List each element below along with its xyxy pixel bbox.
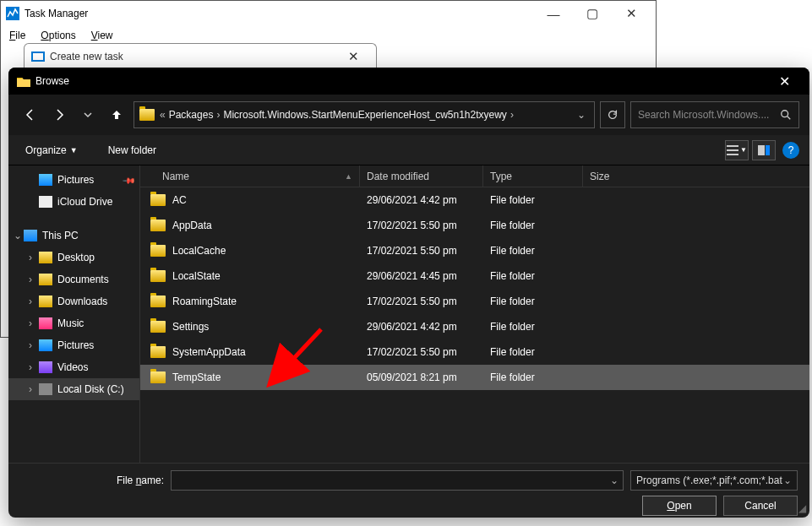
address-history-button[interactable]: ⌄	[577, 109, 586, 121]
folder-icon	[150, 220, 166, 231]
tree-item-documents[interactable]: ›Documents	[8, 268, 139, 290]
music-icon	[39, 317, 52, 329]
folder-icon	[150, 245, 166, 257]
resize-grip[interactable]: ◢	[798, 502, 806, 514]
run-dialog-icon	[31, 50, 45, 63]
tree-item-icloud-drive[interactable]: iCloud Drive	[8, 191, 139, 213]
create-task-titlebar[interactable]: Create new task ✕	[25, 44, 376, 69]
task-manager-titlebar[interactable]: Task Manager — ▢ ✕	[1, 1, 656, 26]
new-folder-button[interactable]: New folder	[101, 141, 163, 160]
tree-item-desktop[interactable]: ›Desktop	[8, 247, 139, 268]
column-date[interactable]: Date modified	[360, 165, 483, 187]
browse-toolbar: Organize ▼ New folder ▼ ?	[8, 135, 809, 165]
maximize-button[interactable]: ▢	[573, 1, 612, 26]
fold-icon	[39, 252, 52, 263]
tree-item-videos[interactable]: ›Videos	[8, 356, 139, 378]
svg-rect-5	[758, 145, 765, 155]
tree-item-pictures[interactable]: ›Pictures	[8, 334, 139, 356]
svg-rect-2	[33, 53, 43, 60]
minimize-button[interactable]: —	[534, 1, 573, 26]
chevron-right-icon: ›	[510, 109, 514, 121]
search-box[interactable]: Search Microsoft.Windows....	[630, 101, 799, 128]
tree-item-local-disk-c-[interactable]: ›Local Disk (C:)	[8, 378, 139, 400]
browse-title: Browse	[35, 75, 69, 87]
organize-button[interactable]: Organize ▼	[19, 141, 84, 160]
recent-locations-button[interactable]	[76, 103, 100, 127]
file-row[interactable]: LocalCache17/02/2021 5:50 pmFile folder	[140, 238, 809, 263]
view-options-button[interactable]: ▼	[725, 140, 749, 160]
folder-icon	[139, 109, 155, 121]
file-row[interactable]: SystemAppData17/02/2021 5:50 pmFile fold…	[140, 339, 809, 365]
menu-file[interactable]: File	[9, 30, 25, 41]
tree-item-pictures[interactable]: Pictures📌	[8, 169, 139, 191]
cloud-icon	[39, 196, 52, 208]
open-button[interactable]: Open	[642, 496, 717, 516]
video-icon	[39, 361, 52, 373]
column-size[interactable]: Size	[583, 165, 809, 187]
file-type-select[interactable]: Programs (*.exe;*.pif;*.com;*.bat⌄	[630, 470, 798, 491]
search-icon	[780, 109, 792, 121]
svg-rect-6	[766, 145, 770, 155]
help-button[interactable]: ?	[782, 142, 799, 159]
column-headers[interactable]: Name▲ Date modified Type Size	[140, 165, 809, 187]
task-manager-icon	[6, 7, 19, 20]
menu-view[interactable]: View	[91, 30, 113, 41]
back-button[interactable]	[19, 103, 42, 127]
preview-pane-button[interactable]	[752, 140, 776, 160]
refresh-button[interactable]	[600, 101, 625, 128]
tree-item-music[interactable]: ›Music	[8, 312, 139, 334]
pictures-icon	[39, 339, 52, 351]
task-manager-menubar: File Options View	[1, 26, 656, 45]
file-name-input[interactable]: ⌄	[171, 470, 624, 491]
file-row[interactable]: AppData17/02/2021 5:50 pmFile folder	[140, 213, 809, 238]
folder-icon	[150, 270, 166, 282]
create-task-close-button[interactable]: ✕	[337, 49, 369, 64]
pin-icon: 📌	[123, 173, 136, 187]
sort-asc-icon: ▲	[345, 172, 352, 181]
menu-options[interactable]: Options	[41, 30, 75, 41]
pc-icon	[24, 230, 37, 241]
folder-icon	[17, 75, 30, 87]
fold-icon	[39, 296, 52, 307]
pictures-icon	[39, 174, 52, 186]
up-button[interactable]	[105, 103, 128, 127]
browse-titlebar[interactable]: Browse ✕	[8, 68, 809, 95]
tree-item-this-pc[interactable]: ⌄This PC	[8, 225, 139, 247]
folder-icon	[150, 371, 166, 383]
folder-icon	[150, 194, 166, 206]
breadcrumb-packages[interactable]: Packages	[169, 109, 214, 121]
chevron-right-icon: ›	[216, 109, 220, 121]
file-name-history-button[interactable]: ⌄	[606, 471, 623, 490]
file-list[interactable]: Name▲ Date modified Type Size AC29/06/20…	[140, 165, 809, 463]
file-row[interactable]: Settings29/06/2021 4:42 pmFile folder	[140, 314, 809, 339]
column-name[interactable]: Name▲	[140, 165, 360, 187]
file-row[interactable]: RoamingState17/02/2021 5:50 pmFile folde…	[140, 289, 809, 314]
forward-button[interactable]	[47, 103, 71, 127]
address-bar[interactable]: « Packages › Microsoft.Windows.StartMenu…	[134, 101, 595, 128]
folder-icon	[150, 321, 166, 333]
browse-footer: File name: ⌄ Programs (*.exe;*.pif;*.com…	[8, 463, 809, 518]
file-row[interactable]: LocalState29/06/2021 4:45 pmFile folder	[140, 263, 809, 289]
file-row[interactable]: TempState05/09/2021 8:21 pmFile folder	[140, 365, 809, 390]
svg-line-4	[787, 117, 791, 120]
navigation-tree[interactable]: Pictures📌iCloud Drive⌄This PC›Desktop›Do…	[8, 165, 140, 463]
search-placeholder: Search Microsoft.Windows....	[638, 109, 769, 121]
browse-close-button[interactable]: ✕	[767, 68, 801, 95]
browse-navbar: « Packages › Microsoft.Windows.StartMenu…	[8, 95, 809, 135]
folder-icon	[150, 346, 166, 358]
browse-dialog: Browse ✕ « Packages › Microsoft.Windows.…	[8, 68, 809, 518]
column-type[interactable]: Type	[483, 165, 583, 187]
folder-icon	[150, 296, 166, 307]
create-task-title: Create new task	[50, 51, 123, 62]
disk-icon	[39, 383, 52, 395]
cancel-button[interactable]: Cancel	[723, 496, 798, 516]
task-manager-title: Task Manager	[25, 8, 88, 19]
fold-icon	[39, 274, 52, 285]
file-row[interactable]: AC29/06/2021 4:42 pmFile folder	[140, 187, 809, 213]
svg-point-3	[782, 111, 788, 117]
breadcrumb-overflow[interactable]: «	[160, 109, 166, 121]
file-name-label: File name:	[20, 474, 164, 486]
close-button[interactable]: ✕	[612, 1, 651, 26]
breadcrumb-current[interactable]: Microsoft.Windows.StartMenuExperienceHos…	[223, 109, 506, 121]
tree-item-downloads[interactable]: ›Downloads	[8, 290, 139, 312]
